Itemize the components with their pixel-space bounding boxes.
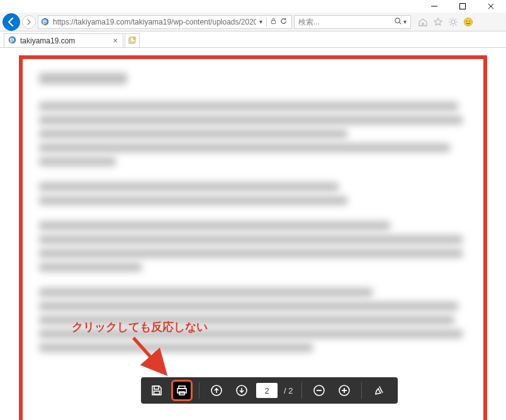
tools-icon[interactable] (447, 16, 459, 28)
page-number-input[interactable] (256, 383, 278, 398)
svg-rect-14 (154, 391, 160, 394)
home-icon[interactable] (417, 16, 429, 28)
favorites-icon[interactable] (432, 16, 444, 28)
annotation-callout-text: クリックしても反応しない (72, 319, 208, 334)
search-bar[interactable]: ▾ (294, 15, 411, 29)
tab-title: takiyama19.com (20, 36, 75, 45)
svg-point-4 (451, 20, 455, 24)
svg-rect-0 (459, 4, 465, 9)
lock-icon[interactable] (269, 18, 278, 26)
save-button[interactable] (146, 380, 167, 401)
tab-active[interactable]: takiyama19.com × (4, 33, 123, 47)
url-input[interactable] (52, 17, 257, 27)
pdf-page (19, 55, 487, 420)
svg-point-3 (395, 18, 400, 22)
print-button[interactable] (171, 380, 193, 401)
ie-icon (8, 36, 16, 46)
adobe-icon[interactable] (368, 380, 390, 401)
page-down-button[interactable] (231, 380, 252, 401)
ie-icon (41, 18, 49, 26)
svg-rect-13 (154, 386, 159, 389)
svg-point-5 (464, 18, 473, 26)
search-dropdown-icon[interactable]: ▾ (402, 18, 408, 25)
svg-rect-16 (177, 389, 186, 393)
content-area: クリックしても反応しない y. / 2 (0, 48, 506, 420)
browser-navbar: ▾ ▾ (0, 13, 506, 31)
search-input[interactable] (297, 17, 392, 27)
address-bar[interactable]: ▾ (38, 15, 292, 29)
smiley-icon[interactable] (462, 16, 475, 28)
zoom-in-button[interactable] (334, 380, 355, 401)
window-maximize-button[interactable] (448, 0, 476, 13)
tab-close-icon[interactable]: × (111, 36, 119, 45)
reload-icon[interactable] (278, 17, 289, 27)
svg-point-11 (133, 37, 135, 40)
zoom-out-button[interactable] (308, 380, 330, 401)
tab-strip: takiyama19.com × (0, 31, 506, 48)
page-up-button[interactable] (206, 380, 227, 401)
svg-rect-2 (271, 20, 275, 23)
forward-button[interactable] (22, 15, 36, 29)
addr-dropdown-icon[interactable]: ▾ (257, 18, 264, 25)
page-total-label: / 2 (284, 386, 293, 395)
back-button[interactable] (3, 13, 20, 31)
new-tab-button[interactable] (125, 33, 140, 47)
svg-point-7 (469, 20, 470, 21)
window-close-button[interactable] (476, 0, 505, 13)
search-icon[interactable] (392, 17, 402, 27)
pdf-toolbar: / 2 (141, 377, 398, 404)
window-minimize-button[interactable] (420, 0, 448, 13)
svg-point-6 (466, 20, 468, 21)
